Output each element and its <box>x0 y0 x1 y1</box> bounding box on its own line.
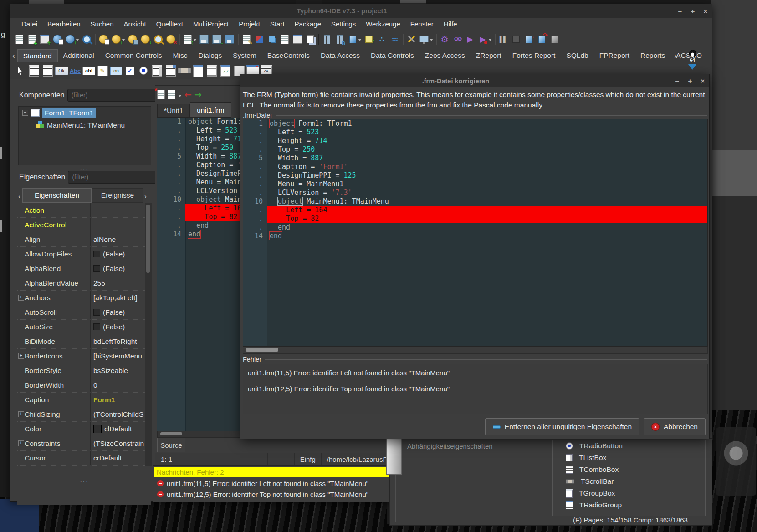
palette-scroll-left-icon[interactable]: ‹ <box>10 51 17 62</box>
property-value[interactable]: (False) <box>90 305 145 319</box>
save-icon[interactable] <box>198 33 210 46</box>
component-item-tcombobox[interactable]: TComboBox <box>553 464 705 476</box>
tcheckgroup-icon[interactable]: ✓✓ <box>219 64 232 77</box>
save-all-icon[interactable] <box>210 33 223 46</box>
tlistbox-icon[interactable] <box>150 64 164 77</box>
inspector-tabs-left-icon[interactable]: ‹ <box>17 192 22 203</box>
tchecklistbox-icon[interactable] <box>205 64 219 77</box>
palette-tab-fortes-report[interactable]: Fortes Report <box>507 49 561 62</box>
palette-tab-data-controls[interactable]: Data Controls <box>365 49 419 62</box>
tpopupmenu-icon[interactable] <box>41 64 55 77</box>
save-copy-icon[interactable] <box>223 33 236 46</box>
property-value[interactable] <box>90 218 145 232</box>
property-value[interactable]: clDefault <box>90 422 145 436</box>
modified-source-icon[interactable] <box>157 90 165 99</box>
tmainmenu-icon[interactable] <box>27 64 41 77</box>
eigenschaften-filter-input[interactable] <box>68 171 159 184</box>
session-find-icon[interactable] <box>152 33 164 46</box>
color-swatch[interactable] <box>93 425 102 433</box>
palette-tab-dialogs[interactable]: Dialogs <box>193 49 227 62</box>
menu-werkzeuge[interactable]: Werkzeuge <box>361 18 405 31</box>
checkbox-icon[interactable] <box>93 309 100 316</box>
menu-start[interactable]: Start <box>265 18 290 31</box>
source-list-icon[interactable] <box>168 90 175 99</box>
navigate-back-icon[interactable]: ← <box>184 90 192 99</box>
configure-tools-icon[interactable] <box>405 33 418 46</box>
component-item-tlistbox[interactable]: TListBox <box>553 452 705 464</box>
messages-header[interactable]: Nachrichten, Fehler: 2 <box>154 467 393 477</box>
find-file-icon[interactable] <box>80 33 93 46</box>
maximize-button[interactable]: + <box>686 7 699 15</box>
component-item-tradiobutton[interactable]: TRadioButton <box>553 440 705 452</box>
pause-icon[interactable]: ▌▌ <box>497 33 510 46</box>
tcombobox-icon[interactable] <box>164 64 178 77</box>
tedit-icon[interactable]: abI <box>82 64 96 77</box>
project-waves-icon[interactable]: ≈≈ <box>388 33 401 46</box>
palette-tab-additional[interactable]: Additional <box>58 49 100 62</box>
target-monitor-icon[interactable] <box>418 33 430 46</box>
palette-tab-data-access[interactable]: Data Access <box>315 49 365 62</box>
unit-list-icon[interactable] <box>278 33 291 46</box>
property-value[interactable]: (False) <box>90 247 145 261</box>
units-build-icon[interactable] <box>333 33 346 46</box>
component-item-tscrollbar[interactable]: TScrollBar <box>553 476 705 487</box>
tscrollbar-icon[interactable] <box>178 64 191 77</box>
step-into-icon[interactable] <box>522 33 535 46</box>
palette-tab-basecontrols[interactable]: BaseControls <box>262 49 315 62</box>
build-cube-icon[interactable] <box>266 33 278 46</box>
property-value[interactable]: (False) <box>90 261 145 276</box>
build-all-icon[interactable]: ⚙⚙ <box>451 33 464 46</box>
component-item-tradiogroup[interactable]: TRadioGroup <box>553 499 705 511</box>
tree-item-mainmenu1[interactable]: MainMenu1: TMainMenu <box>19 119 151 131</box>
close-file-icon[interactable] <box>253 33 266 46</box>
session-new-icon[interactable] <box>97 33 110 46</box>
menu-projekt[interactable]: Projekt <box>234 18 265 31</box>
tab-ereignisse[interactable]: Ereignisse <box>92 188 143 203</box>
stop-icon[interactable] <box>510 33 522 46</box>
open-recent-icon[interactable] <box>64 33 77 46</box>
menu-quelltext[interactable]: Quelltext <box>151 18 188 31</box>
edit-source-icon[interactable] <box>240 33 253 46</box>
editor-tab-unit1-frm[interactable]: unit1.frm <box>190 102 231 118</box>
expand-icon[interactable]: + <box>18 440 24 446</box>
gem-icon[interactable] <box>346 33 359 46</box>
property-value[interactable] <box>90 203 145 217</box>
menu-settings[interactable]: Settings <box>326 18 361 31</box>
palette-scroll-right-icon[interactable]: › <box>672 51 679 62</box>
dialog-title-bar[interactable]: .frm-Datei korrigieren − + × <box>240 74 709 87</box>
tab-eigenschaften[interactable]: Eigenschaften <box>22 188 92 203</box>
dropdown-chevron[interactable] <box>178 95 182 99</box>
ttogglebox-icon[interactable]: on <box>109 64 123 77</box>
scrollbar-thumb[interactable] <box>146 205 150 273</box>
scrollbar-thumb[interactable] <box>160 432 182 435</box>
inspector-tabs-right-icon[interactable]: › <box>143 192 148 203</box>
menu-bearbeiten[interactable]: Bearbeiten <box>42 18 86 31</box>
property-value[interactable]: Form1 <box>90 393 145 407</box>
scrollbar-thumb[interactable] <box>246 348 278 352</box>
navigate-forward-icon[interactable]: → <box>194 90 202 99</box>
step-over-icon[interactable] <box>535 33 548 46</box>
tree-item-form1[interactable]: −Form1: TForm1 <box>19 107 151 119</box>
tree-expander[interactable]: − <box>22 110 28 116</box>
dialog-hscrollbar[interactable] <box>243 347 708 354</box>
tcheckbox-icon[interactable]: ✓ <box>123 64 137 77</box>
session-open-icon[interactable] <box>110 33 123 46</box>
message-row[interactable]: unit1.frm(11,5) Error: identifier Left n… <box>154 478 397 489</box>
checkbox-icon[interactable] <box>93 265 100 272</box>
property-value[interactable]: (False) <box>90 320 145 334</box>
open-blue-icon[interactable] <box>51 33 64 46</box>
selection-cursor-icon[interactable] <box>14 64 27 77</box>
property-value[interactable]: (TControlChildS <box>90 407 145 421</box>
title-bar[interactable]: Typhon64-IDE v7.3 - project1 − + × <box>10 4 712 18</box>
new-form-icon[interactable] <box>26 33 38 46</box>
checkbox-icon[interactable] <box>93 251 100 257</box>
close-button[interactable]: × <box>699 7 712 15</box>
property-value[interactable]: [biSystemMenu <box>90 349 145 363</box>
units-icon[interactable] <box>321 33 333 46</box>
toggle-form-unit-icon[interactable] <box>304 33 317 46</box>
run-debug-icon[interactable]: ▶ <box>476 33 489 46</box>
dialog-minimize-button[interactable]: − <box>671 77 684 85</box>
message-row[interactable]: unit1.frm(12,5) Error: identifier Top no… <box>154 489 397 500</box>
component-tree[interactable]: −Form1: TForm1MainMenu1: TMainMenu <box>18 106 151 165</box>
editor-tab--unit1[interactable]: *Unit1 <box>157 104 190 118</box>
